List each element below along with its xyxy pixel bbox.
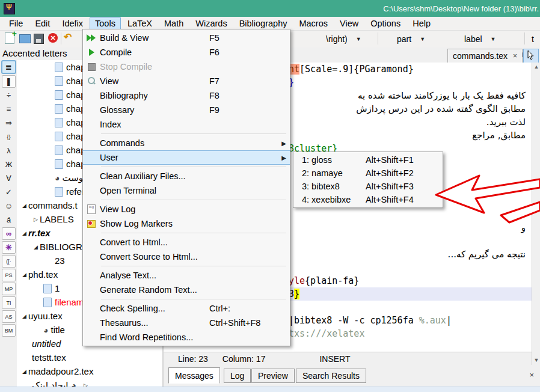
scroll-up-icon[interactable]: ▲: [532, 63, 540, 72]
menubar-item-view[interactable]: View: [334, 17, 364, 29]
tree-item-label: BIBLIOGR: [40, 242, 82, 252]
menubar-item-help[interactable]: Help: [407, 17, 436, 29]
menubar-item-wizards[interactable]: Wizards: [190, 17, 232, 29]
accented-a-icon[interactable]: á: [2, 213, 16, 226]
close-tab-icon[interactable]: ×: [513, 52, 517, 60]
menu-item-stop-compile[interactable]: Stop Compile: [83, 60, 290, 74]
tree-item-label: rr.tex: [28, 228, 51, 238]
menu-item-view-log[interactable]: View Log: [83, 202, 290, 216]
scroll-down-icon[interactable]: ▼: [532, 356, 540, 365]
tree-item-label: title: [51, 325, 64, 335]
menu-item-convert-source-to-html[interactable]: Convert Source to Html...: [83, 250, 290, 264]
tree-expander-icon[interactable]: ◢: [20, 313, 28, 319]
open-file-icon[interactable]: [19, 34, 31, 43]
menu-item-compile[interactable]: CompileF6: [83, 45, 290, 60]
tree-expander-icon[interactable]: ◢: [20, 272, 28, 278]
menu-item-clean-auxiliary-files[interactable]: Clean Auxiliary Files...: [83, 169, 290, 183]
bottom-tab-preview[interactable]: Preview: [251, 369, 295, 383]
brackets-icon[interactable]: ([·: [2, 255, 16, 268]
new-document-icon[interactable]: [5, 32, 14, 44]
bottom-tab-log[interactable]: Log: [224, 369, 251, 383]
bottom-tab-messages[interactable]: Messages: [168, 367, 220, 384]
code-segment: نتیجه می گیریم که...: [448, 249, 526, 260]
right-bracket-combo[interactable]: \right)▼: [326, 33, 361, 45]
menu-icon-slot: [83, 62, 100, 72]
tree-expander-icon[interactable]: ▷: [32, 216, 40, 222]
braces-icon[interactable]: {}: [2, 130, 16, 143]
structure-icon[interactable]: ≣: [1, 60, 16, 74]
menu-item-user[interactable]: User▶: [83, 150, 290, 165]
lines-icon[interactable]: ≡: [2, 103, 16, 115]
menu-item-analyse-text[interactable]: Analyse Text...: [83, 268, 290, 283]
menubar-item-idefix[interactable]: Idefix: [57, 17, 88, 29]
infinity-icon[interactable]: ∞: [2, 227, 16, 240]
menubar-item-bibliography[interactable]: Bibliography: [234, 17, 293, 29]
tree-expander-icon[interactable]: ◢: [20, 369, 28, 375]
asterisk-icon[interactable]: ✳: [2, 241, 16, 254]
user-command-4-xexebibxe[interactable]: 4: xexebibxeAlt+Shift+F4: [293, 193, 443, 206]
user-command-2-namaye[interactable]: 2: namayeAlt+Shift+F2: [293, 167, 443, 180]
menubar-item-math[interactable]: Math: [159, 17, 189, 29]
menu-item-convert-to-html[interactable]: Convert to Html...: [83, 235, 290, 250]
user-command-1-gloss[interactable]: 1: glossAlt+Shift+F1: [293, 153, 443, 167]
pstricks-icon[interactable]: PS: [2, 269, 16, 281]
close-document-icon[interactable]: ✕: [48, 33, 58, 43]
check-icon[interactable]: ✓: [2, 186, 16, 198]
code-segment: }: [294, 289, 299, 299]
menubar-item-edit[interactable]: Edit: [29, 17, 55, 29]
statusline: Line: 23 Column: 17 INSERT: [164, 352, 532, 366]
menu-item-open-terminal[interactable]: Open Terminal: [83, 183, 290, 198]
bottom-tab-search-results[interactable]: Search Results: [296, 369, 366, 383]
menu-item-thesaurus[interactable]: Thesaurus...Ctrl+Shift+F8: [83, 316, 290, 330]
tree-item[interactable]: tetstt.tex: [17, 351, 162, 364]
tree-expander-icon[interactable]: ◢: [20, 203, 28, 209]
menu-item-bibliography[interactable]: BibliographyF8: [83, 88, 290, 103]
editor-tab-commands.tex[interactable]: commands.tex×: [447, 49, 523, 63]
asymptote-icon[interactable]: AS: [2, 310, 16, 323]
user-command-3-bibtex8[interactable]: 3: bibtex8Alt+Shift+F3: [293, 180, 443, 193]
sectioning-combo[interactable]: part▼: [397, 33, 425, 45]
menu-item-index[interactable]: Index: [83, 117, 290, 132]
menu-item-shortcut: Ctrl+Shift+F8: [209, 318, 286, 328]
menu-item-build-view[interactable]: Build & ViewF5: [83, 31, 290, 45]
lambda-icon[interactable]: λ: [2, 144, 16, 157]
tree-expander-icon[interactable]: ◢: [32, 244, 40, 250]
cyrillic-icon[interactable]: Ж: [2, 158, 16, 171]
forall-icon[interactable]: ∀: [2, 172, 16, 185]
code-segment: کافیه فقط یک بار با یوزرکامند ساخته شده …: [358, 90, 526, 101]
tree-item[interactable]: ◢madadpour2.tex: [17, 364, 162, 378]
menubar-item-file[interactable]: File: [4, 17, 28, 29]
bookmarks-icon[interactable]: ❚: [2, 75, 16, 88]
tree-expander-icon[interactable]: ◢: [20, 230, 28, 236]
menu-separator: [101, 133, 286, 134]
menu-item-show-log-markers[interactable]: Show Log Markers: [83, 216, 290, 231]
beamer-icon[interactable]: BM: [2, 324, 16, 337]
tree-item-label: untitled: [32, 338, 61, 349]
menu-item-check-spelling[interactable]: Check Spelling...Ctrl+:: [83, 301, 290, 316]
menubar-item-tools[interactable]: Tools: [90, 17, 121, 29]
metapost-icon[interactable]: MP: [2, 283, 16, 295]
menubar-item-macros[interactable]: Macros: [293, 17, 333, 29]
arrow-icon[interactable]: ⇒: [2, 117, 16, 129]
editor-scrollbar[interactable]: ▲ ▼: [532, 63, 540, 365]
menu-item-find-word-repetitions[interactable]: Find Word Repetitions...: [83, 330, 290, 345]
divide-icon[interactable]: ÷: [2, 89, 16, 102]
size-combo[interactable]: t: [532, 33, 534, 45]
tree-item-label: 1: [55, 283, 60, 293]
file-icon: [55, 118, 63, 127]
close-panel-icon[interactable]: ×: [529, 370, 534, 379]
menu-item-commands[interactable]: Commands▶: [83, 136, 290, 150]
menu-item-generate-random-text[interactable]: Generate Random Text...: [83, 283, 290, 297]
menu-item-view[interactable]: ViewF7: [83, 74, 290, 88]
save-icon[interactable]: [34, 34, 44, 44]
label-combo[interactable]: label▼: [464, 33, 496, 45]
menu-item-glossary[interactable]: GlossaryF9: [83, 103, 290, 117]
smiley-icon[interactable]: ☺: [2, 200, 16, 212]
tools-menu: Build & ViewF5CompileF6Stop CompileViewF…: [82, 29, 290, 346]
menu-separator: [101, 266, 286, 266]
tikz-icon[interactable]: TI: [2, 296, 16, 309]
menubar-item-options[interactable]: Options: [365, 17, 406, 29]
menubar-item-latex[interactable]: LaTeX: [122, 17, 158, 29]
menu-item-label: Bibliography: [100, 91, 209, 100]
undo-icon[interactable]: ↶: [64, 31, 76, 43]
